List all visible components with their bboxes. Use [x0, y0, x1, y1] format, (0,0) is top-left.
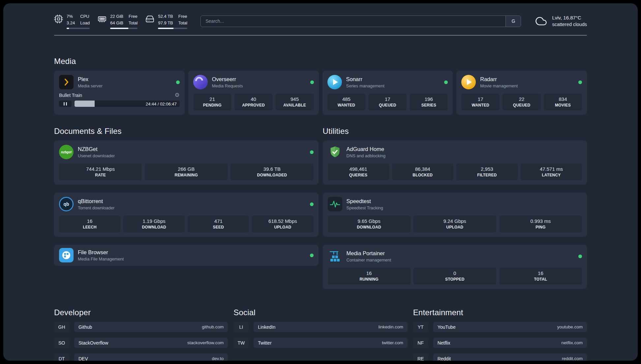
service-subtitle: Usenet downloader — [78, 153, 115, 158]
stat-value: 471 — [189, 218, 248, 224]
stat-label: WANTED — [463, 103, 498, 107]
status-dot — [578, 255, 582, 258]
stat-value: 9.24 Gbps — [415, 218, 495, 224]
bookmark-abbr[interactable]: NF — [413, 338, 428, 348]
stat-label: LATENCY — [522, 173, 581, 177]
ram-labels: FreeTotal — [129, 13, 137, 26]
disk-icon — [145, 15, 154, 23]
bookmark-abbr[interactable]: RE — [413, 353, 428, 361]
service-subtitle: Speedtest Tracking — [347, 205, 383, 210]
bookmark-link[interactable]: DEVdev.to — [74, 353, 228, 361]
service-subtitle: Torrent downloader — [78, 205, 114, 210]
weather-location: Lviv, 16.87°C — [552, 14, 587, 21]
section-title-utilities: Utilities — [323, 127, 587, 136]
gear-icon[interactable]: ⚙ — [175, 92, 180, 98]
bookmark-abbr[interactable]: TW — [233, 338, 249, 348]
bookmark-name: Reddit — [438, 356, 451, 361]
service-name: qBittorrent — [78, 198, 114, 204]
status-dot — [578, 80, 582, 84]
service-subtitle: Media Requests — [212, 83, 243, 88]
bookmark-link[interactable]: Githubgithub.com — [74, 322, 228, 332]
stat-label: MOVIES — [545, 103, 581, 107]
stat-value: 0 — [415, 270, 495, 276]
stat-box: 0STOPPED — [413, 268, 496, 285]
card-qbittorrent[interactable]: qb qBittorrent Torrent downloader 16LEEC… — [54, 193, 319, 237]
bookmark-link[interactable]: Netflixnetflix.com — [433, 338, 587, 348]
card-sonarr[interactable]: Sonarr Series management 485WANTED17QUEU… — [322, 71, 453, 115]
bookmark-url: twitter.com — [382, 340, 403, 345]
stat-box: 744.21 MbpsRATE — [59, 164, 142, 180]
stat-value: 945 — [277, 96, 313, 102]
stat-value: 47.571 ms — [522, 166, 581, 172]
cpu-icon — [54, 15, 63, 23]
stat-value: 485 — [329, 96, 364, 102]
bookmark-link[interactable]: YouTubeyoutube.com — [433, 322, 587, 332]
card-plex[interactable]: Plex Media server Bullet Train ⚙ 24:44 /… — [54, 71, 185, 115]
bookmark-url: dev.to — [212, 356, 224, 361]
stat-label: DOWNLOAD — [125, 225, 183, 229]
cpu-labels: CPULoad — [80, 13, 90, 26]
bookmark-link[interactable]: StackOverflowstackoverflow.com — [74, 338, 228, 348]
plex-icon — [59, 75, 74, 89]
stat-value: 0.993 ms — [501, 218, 581, 224]
card-nzbget[interactable]: nzbget NZBGet Usenet downloader 744.21 M… — [54, 140, 319, 185]
bookmark-item: RERedditreddit.com — [413, 353, 587, 361]
stat-value: 266 GB — [146, 166, 226, 172]
stat-label: WANTED — [329, 103, 364, 107]
section-media: Media Plex Media server Bullet Train ⚙ — [54, 57, 587, 115]
stat-label: UPLOAD — [415, 225, 495, 229]
status-dot — [310, 254, 314, 257]
card-adguard[interactable]: AdGuard Home DNS and adblocking 498,461Q… — [323, 140, 587, 185]
stat-label: REMAINING — [146, 173, 226, 177]
bookmark-name: LinkedIn — [258, 324, 275, 330]
stat-box: 16TOTAL — [499, 268, 582, 285]
bookmark-abbr[interactable]: GH — [54, 322, 69, 332]
cpu-progress-bar — [67, 28, 90, 29]
bookmark-abbr[interactable]: SO — [54, 338, 69, 348]
stat-label: PING — [501, 225, 581, 229]
stat-label: RUNNING — [329, 277, 409, 282]
section-documents: Documents & Files nzbget NZBGet Usenet d… — [54, 127, 319, 289]
stat-value: 17 — [463, 96, 498, 102]
bookmark-abbr[interactable]: YT — [413, 322, 428, 332]
stat-value: 9.65 Gbps — [329, 218, 409, 224]
bookmark-item: DTDEVdev.to — [54, 353, 228, 361]
stat-box: 16LEECH — [59, 216, 120, 232]
service-name: Plex — [78, 76, 103, 82]
stat-label: APPROVED — [236, 103, 271, 107]
bookmark-item: YTYouTubeyoutube.com — [413, 322, 587, 332]
header-divider — [54, 35, 587, 36]
service-name: NZBGet — [78, 146, 115, 152]
status-dot — [444, 80, 448, 84]
pause-button[interactable] — [59, 101, 72, 107]
bookmark-item: TWTwittertwitter.com — [233, 338, 407, 348]
service-name: Media Portainer — [347, 250, 391, 257]
search-input[interactable] — [201, 16, 505, 27]
stat-box: 266 GBREMAINING — [145, 164, 228, 180]
service-name: Overseerr — [212, 76, 243, 82]
bookmark-link[interactable]: LinkedInlinkedin.com — [254, 322, 407, 332]
playback-progress-bar[interactable]: 24:44 / 02:06:47 — [75, 101, 180, 107]
stat-box: 471SEED — [188, 216, 249, 232]
search-engine-button[interactable]: G — [505, 16, 521, 27]
bookmark-abbr[interactable]: LI — [233, 322, 249, 332]
bookmark-name: StackOverflow — [78, 340, 108, 346]
service-name: AdGuard Home — [347, 146, 386, 152]
bookmark-url: github.com — [202, 324, 224, 329]
card-speedtest[interactable]: Speedtest Speedtest Tracking 9.65 GbpsDO… — [323, 193, 587, 237]
card-radarr[interactable]: Radarr Movie management 17WANTED22QUEUED… — [456, 71, 587, 115]
bookmark-link[interactable]: Twittertwitter.com — [254, 338, 407, 348]
card-portainer[interactable]: Media Portainer Container management 16R… — [323, 245, 587, 289]
bookmark-url: youtube.com — [557, 324, 583, 329]
section-title-developer: Developer — [54, 308, 228, 317]
stat-value: 1.19 Gbps — [125, 218, 183, 224]
card-overseerr[interactable]: Overseerr Media Requests 21PENDING40APPR… — [188, 71, 319, 115]
stat-value: 86,384 — [393, 166, 452, 172]
bookmark-item: LILinkedInlinkedin.com — [233, 322, 407, 332]
bookmark-abbr[interactable]: DT — [54, 353, 69, 361]
search-bar: G — [200, 15, 521, 27]
card-filebrowser[interactable]: File Browser Media File Management — [54, 245, 319, 266]
bookmark-url: linkedin.com — [379, 324, 403, 329]
section-entertainment: Entertainment YTYouTubeyoutube.comNFNetf… — [413, 308, 587, 361]
bookmark-link[interactable]: Redditreddit.com — [433, 353, 587, 361]
